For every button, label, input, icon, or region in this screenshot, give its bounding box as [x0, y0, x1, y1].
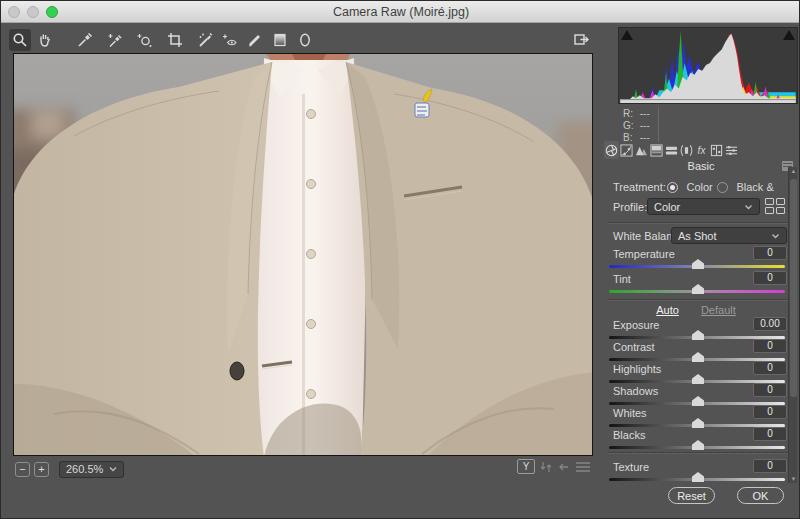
- r-value: ---: [640, 108, 650, 119]
- histogram[interactable]: [618, 27, 798, 104]
- tab-lens-corrections[interactable]: [679, 141, 694, 159]
- profile-browser-button[interactable]: [765, 198, 786, 214]
- graduated-filter-tool-button[interactable]: [269, 29, 291, 51]
- temperature-thumb[interactable]: [692, 259, 704, 269]
- texture-slider-row: Texture 0: [609, 461, 787, 485]
- view-options-menu-icon[interactable]: [575, 461, 591, 473]
- hsl-gradient-icon: [650, 144, 663, 157]
- profile-value: Color: [654, 201, 680, 213]
- profile-label: Profile:: [613, 201, 647, 213]
- separator: [607, 299, 793, 300]
- shadows-value[interactable]: 0: [753, 383, 787, 397]
- fx-icon: fx: [698, 145, 706, 156]
- blacks-value[interactable]: 0: [753, 427, 787, 441]
- texture-thumb[interactable]: [692, 472, 704, 482]
- scrollbar-thumb[interactable]: [790, 179, 797, 397]
- ok-button[interactable]: OK: [737, 487, 784, 504]
- fullscreen-icon: [571, 30, 591, 50]
- white-balance-value: As Shot: [678, 230, 717, 242]
- temperature-slider-row: Temperature 0: [609, 248, 787, 272]
- copy-settings-icon[interactable]: [557, 460, 571, 474]
- tint-thumb[interactable]: [692, 284, 704, 294]
- image-preview[interactable]: [13, 53, 593, 456]
- zoom-out-button[interactable]: −: [15, 462, 30, 477]
- g-label: G:: [623, 120, 637, 131]
- blacks-label: Blacks: [613, 429, 645, 441]
- contrast-thumb[interactable]: [692, 352, 704, 362]
- tab-effects[interactable]: fx: [694, 141, 709, 159]
- temperature-label: Temperature: [613, 248, 675, 260]
- tab-basic[interactable]: [604, 141, 619, 159]
- eyedropper-icon: [76, 31, 94, 49]
- lens-corrections-icon: [680, 144, 693, 157]
- tab-split-toning[interactable]: [664, 141, 679, 159]
- treatment-color-label: Color: [686, 181, 712, 193]
- radial-filter-tool-button[interactable]: [294, 29, 316, 51]
- auto-default-row: Auto Default: [601, 304, 791, 316]
- r-label: R:: [623, 108, 637, 119]
- white-balance-select[interactable]: As Shot: [671, 227, 787, 244]
- tab-presets[interactable]: [724, 141, 739, 159]
- highlight-clipping-indicator[interactable]: [783, 30, 795, 40]
- whites-thumb[interactable]: [692, 418, 704, 428]
- before-after-toggle-button[interactable]: Y: [517, 459, 535, 474]
- temperature-value[interactable]: 0: [753, 246, 787, 260]
- treatment-label: Treatment:: [613, 181, 666, 193]
- panel-scrollbar[interactable]: ▲ ▼: [788, 167, 797, 483]
- tone-curve-icon: [620, 144, 633, 157]
- targeted-adjustment-tool-button[interactable]: [134, 29, 156, 51]
- red-eye-removal-tool-button[interactable]: [219, 29, 241, 51]
- sharpen-triangles-icon: [635, 144, 648, 157]
- scroll-down-arrow-icon[interactable]: ▼: [789, 476, 798, 482]
- chevron-down-icon: [771, 233, 780, 239]
- brush-icon: [246, 31, 264, 49]
- exposure-value[interactable]: 0.00: [753, 317, 787, 331]
- minus-icon: −: [19, 463, 25, 475]
- tab-hsl-grayscale[interactable]: [649, 141, 664, 159]
- target-circle-icon: [136, 31, 154, 49]
- spot-removal-tool-button[interactable]: [194, 29, 216, 51]
- tab-detail[interactable]: [634, 141, 649, 159]
- zoom-level-value: 260.5%: [66, 463, 103, 475]
- crop-tool-button[interactable]: [164, 29, 186, 51]
- tab-camera-calibration[interactable]: [709, 141, 724, 159]
- before-after-controls: Y: [517, 459, 591, 474]
- highlights-value[interactable]: 0: [753, 361, 787, 375]
- presets-sliders-icon: [725, 144, 738, 157]
- treatment-color-radio[interactable]: Color: [667, 177, 713, 195]
- reset-button[interactable]: Reset: [668, 487, 715, 504]
- tint-value[interactable]: 0: [753, 271, 787, 285]
- profile-select[interactable]: Color: [647, 198, 760, 215]
- zoom-tool-button[interactable]: [9, 29, 31, 51]
- gradient-square-icon: [271, 31, 289, 49]
- separator: [607, 452, 793, 453]
- tab-tone-curve[interactable]: [619, 141, 634, 159]
- auto-link[interactable]: Auto: [656, 304, 679, 316]
- blacks-thumb[interactable]: [692, 440, 704, 450]
- shadow-clipping-indicator[interactable]: [621, 30, 633, 40]
- shadows-thumb[interactable]: [692, 396, 704, 406]
- photo-man-in-beige-suit: [14, 54, 593, 456]
- highlights-thumb[interactable]: [692, 374, 704, 384]
- rgb-readout-g: G: ---: [623, 120, 650, 131]
- hand-tool-button[interactable]: [34, 29, 56, 51]
- color-sampler-tool-button[interactable]: [104, 29, 126, 51]
- swap-views-icon[interactable]: [539, 460, 553, 474]
- exposure-thumb[interactable]: [692, 330, 704, 340]
- fullscreen-toggle-button[interactable]: [571, 30, 591, 54]
- chevron-down-icon: [744, 204, 753, 210]
- white-balance-tool-button[interactable]: [74, 29, 96, 51]
- zoom-level-select[interactable]: 260.5%: [59, 461, 124, 478]
- zoom-in-button[interactable]: +: [34, 462, 49, 477]
- treatment-row: Treatment: Color Black & White: [613, 177, 787, 195]
- default-link[interactable]: Default: [701, 304, 736, 316]
- whites-value[interactable]: 0: [753, 405, 787, 419]
- texture-value[interactable]: 0: [753, 459, 787, 473]
- separator: [607, 222, 793, 223]
- adjustment-brush-tool-button[interactable]: [244, 29, 266, 51]
- scroll-up-arrow-icon[interactable]: ▲: [789, 168, 798, 174]
- title-bar: Camera Raw (Moiré.jpg): [1, 1, 800, 23]
- plus-icon: +: [38, 463, 44, 475]
- contrast-value[interactable]: 0: [753, 339, 787, 353]
- camera-raw-dialog: Camera Raw (Moiré.jpg): [0, 0, 800, 519]
